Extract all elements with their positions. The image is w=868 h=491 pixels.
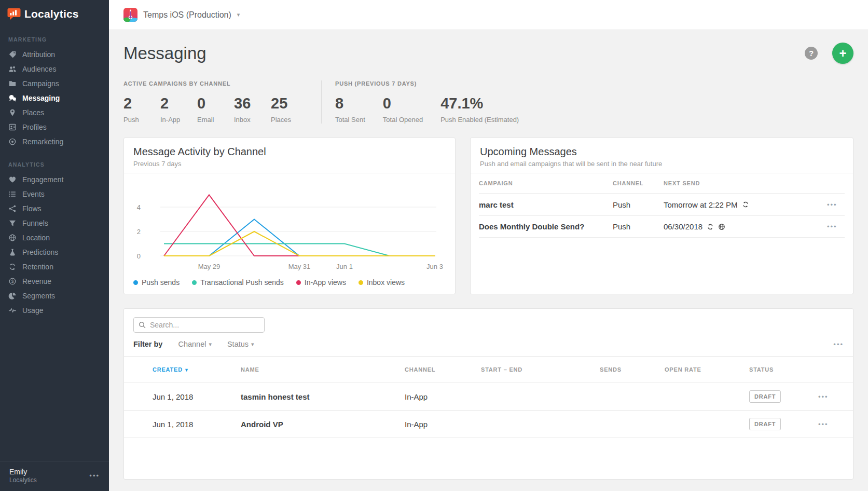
svg-text:4: 4 [137, 203, 141, 211]
metric-label: In-App [160, 116, 185, 124]
upcoming-row[interactable]: marc test Push Tomorrow at 2:22 PM ••• [479, 193, 845, 215]
row-menu-button[interactable]: ••• [818, 393, 837, 401]
heart-icon [8, 175, 17, 184]
sidebar-section-analytics: ANALYTICS [0, 161, 109, 168]
sidebar-item-label: Profiles [22, 123, 47, 131]
upcoming-row[interactable]: Does Monthly Double Send? Push 06/30/201… [479, 215, 845, 238]
sidebar-item-label: Retention [22, 263, 53, 271]
campaign-name[interactable]: Does Monthly Double Send? [479, 222, 613, 231]
table-row[interactable]: Jun 1, 2018 tasmin honest test In-App DR… [124, 383, 853, 410]
stat-group-active-campaigns: ACTIVE CAMPAIGNS BY CHANNEL 2 Push 2 In-… [123, 80, 308, 124]
user-block: Emily Localytics ••• [0, 461, 109, 491]
table-row[interactable]: Jun 1, 2018 Android VP In-App DRAFT ••• [124, 410, 853, 438]
cell-name[interactable]: tasmin honest test [241, 392, 405, 401]
legend-label: Transactional Push sends [200, 278, 284, 287]
sidebar-item-label: Usage [22, 306, 43, 315]
chevron-down-icon: ▾ [251, 341, 254, 348]
stat-group-label: ACTIVE CAMPAIGNS BY CHANNEL [123, 80, 308, 87]
sidebar-item-messaging[interactable]: Messaging [0, 91, 109, 105]
sidebar-item-events[interactable]: Events [0, 187, 109, 201]
help-button[interactable]: ? [805, 47, 818, 60]
column-start-end[interactable]: START – END [481, 366, 600, 373]
column-name[interactable]: NAME [241, 366, 405, 373]
sidebar-item-campaigns[interactable]: Campaigns [0, 76, 109, 91]
metric-inbox: 36 Inbox [234, 95, 258, 124]
sidebar-item-audiences[interactable]: Audiences [0, 62, 109, 76]
row-menu-button[interactable]: ••• [827, 223, 845, 230]
sidebar-item-label: Revenue [22, 277, 51, 285]
sidebar-item-label: Engagement [22, 175, 63, 184]
pulse-icon [8, 306, 17, 315]
channel-filter-dropdown[interactable]: Channel▾ [178, 340, 212, 348]
chart-legend: Push sends Transactional Push sends In-A… [124, 277, 455, 287]
add-campaign-button[interactable]: + [832, 43, 853, 64]
search-input[interactable] [133, 317, 265, 333]
column-sends[interactable]: SENDS [600, 366, 665, 373]
sidebar: Localytics MARKETING Attribution Audienc… [0, 0, 109, 491]
chat-icon [8, 94, 17, 102]
metric-label: Email [197, 116, 222, 124]
metric-value: 8 [335, 95, 365, 112]
user-menu-button[interactable]: ••• [89, 472, 100, 480]
sidebar-item-revenue[interactable]: $ Revenue [0, 274, 109, 289]
cell-name[interactable]: Android VP [241, 420, 405, 429]
sidebar-item-usage[interactable]: Usage [0, 303, 109, 318]
metric-value: 36 [234, 95, 258, 112]
sidebar-item-label: Segments [22, 292, 55, 300]
table-menu-button[interactable]: ••• [833, 340, 844, 348]
sidebar-item-label: Events [22, 190, 45, 198]
legend-label: Inbox views [367, 278, 405, 287]
metric-email: 0 Email [197, 95, 222, 124]
sidebar-item-flows[interactable]: Flows [0, 201, 109, 216]
bullseye-icon [8, 138, 17, 146]
map-pin-icon [8, 108, 17, 117]
row-menu-button[interactable]: ••• [818, 420, 837, 428]
sidebar-item-funnels[interactable]: Funnels [0, 216, 109, 230]
sidebar-item-predictions[interactable]: Predictions [0, 245, 109, 260]
column-status[interactable]: STATUS [749, 366, 818, 373]
localytics-logo-icon [7, 7, 21, 21]
status-filter-dropdown[interactable]: Status▾ [227, 340, 254, 348]
cell-channel: In-App [405, 420, 481, 429]
sidebar-item-engagement[interactable]: Engagement [0, 172, 109, 187]
svg-text:May 31: May 31 [288, 263, 311, 270]
svg-text:2: 2 [137, 228, 141, 236]
chevron-down-icon[interactable]: ▾ [237, 11, 240, 18]
cell-created: Jun 1, 2018 [153, 392, 241, 401]
sidebar-item-label: Places [22, 108, 44, 117]
column-channel[interactable]: CHANNEL [405, 366, 481, 373]
filter-label-text: Channel [178, 340, 206, 348]
app-icon [123, 8, 137, 22]
legend-item-transactional: Transactional Push sends [192, 278, 284, 287]
campaign-list-card: Filter by Channel▾ Status▾ ••• CREATED▼ … [123, 308, 853, 480]
row-menu-button[interactable]: ••• [827, 201, 845, 209]
campaign-channel: Push [613, 222, 664, 231]
sidebar-item-segments[interactable]: Segments [0, 289, 109, 303]
funnel-icon [8, 219, 17, 227]
campaign-name[interactable]: marc test [479, 200, 613, 209]
sidebar-item-remarketing[interactable]: Remarketing [0, 134, 109, 149]
filter-label-text: Status [227, 340, 249, 348]
metric-label: Total Opened [383, 116, 423, 124]
sidebar-item-attribution[interactable]: Attribution [0, 47, 109, 62]
legend-label: In-App views [305, 278, 346, 287]
sidebar-item-profiles[interactable]: Profiles [0, 120, 109, 134]
sidebar-item-label: Predictions [22, 248, 58, 256]
metric-total-opened: 0 Total Opened [383, 95, 423, 124]
legend-item-push-sends: Push sends [133, 278, 180, 287]
sidebar-item-retention[interactable]: Retention [0, 260, 109, 274]
column-open-rate[interactable]: OPEN RATE [665, 366, 749, 373]
metric-value: 0 [197, 95, 222, 112]
logo[interactable]: Localytics [0, 0, 109, 24]
sidebar-item-places[interactable]: Places [0, 105, 109, 120]
app-selector-bar: Temps iOS (Production) ▾ [109, 0, 868, 30]
repeat-icon [707, 223, 714, 230]
upcoming-messages-card: Upcoming Messages Push and email campaig… [470, 138, 853, 294]
page-title: Messaging [123, 44, 206, 63]
globe-icon [718, 223, 725, 230]
metric-push-enabled: 47.1% Push Enabled (Estimated) [440, 95, 519, 124]
app-selector-label[interactable]: Temps iOS (Production) [143, 10, 231, 20]
column-created[interactable]: CREATED▼ [153, 366, 241, 373]
upcoming-title: Upcoming Messages [480, 146, 844, 158]
sidebar-item-location[interactable]: Location [0, 230, 109, 245]
